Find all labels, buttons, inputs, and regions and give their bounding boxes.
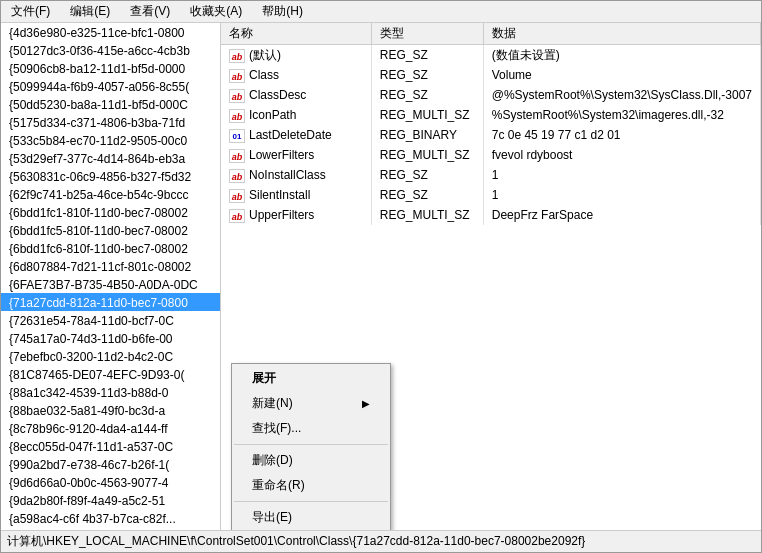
table-row[interactable]: abIconPathREG_MULTI_SZ%SystemRoot%\Syste… bbox=[221, 105, 761, 125]
value-data: Volume bbox=[483, 65, 760, 85]
registry-tree[interactable]: {4d36e980-e325-11ce-bfc1-0800{50127dc3-0… bbox=[1, 23, 221, 530]
tree-item[interactable]: {50906cb8-ba12-11d1-bf5d-0000 bbox=[1, 59, 220, 77]
value-name: abNoInstallClass bbox=[221, 165, 371, 185]
tree-item[interactable]: {62f9c741-b25a-46ce-b54c-9bccc bbox=[1, 185, 220, 203]
value-name: abClass bbox=[221, 65, 371, 85]
context-menu-item[interactable]: 新建(N)▶ bbox=[232, 391, 390, 416]
col-data: 数据 bbox=[483, 23, 760, 45]
tree-item[interactable]: {990a2bd7-e738-46c7-b26f-1( bbox=[1, 455, 220, 473]
tree-item[interactable]: {9da2b80f-f89f-4a49-a5c2-51 bbox=[1, 491, 220, 509]
col-name: 名称 bbox=[221, 23, 371, 45]
tree-item[interactable]: {50127dc3-0f36-415e-a6cc-4cb3b bbox=[1, 41, 220, 59]
tree-item[interactable]: {6bdd1fc6-810f-11d0-bec7-08002 bbox=[1, 239, 220, 257]
value-name: abIconPath bbox=[221, 105, 371, 125]
context-menu-label: 删除(D) bbox=[252, 452, 293, 469]
col-type: 类型 bbox=[371, 23, 483, 45]
value-icon: ab bbox=[229, 69, 245, 83]
value-icon: ab bbox=[229, 149, 245, 163]
value-data: %SystemRoot%\System32\imageres.dll,-32 bbox=[483, 105, 760, 125]
tree-item[interactable]: {71a27cdd-812a-11d0-bec7-0800 bbox=[1, 293, 220, 311]
statusbar: 计算机\HKEY_LOCAL_MACHINE\f\ControlSet001\C… bbox=[1, 530, 761, 552]
table-row[interactable]: abNoInstallClassREG_SZ1 bbox=[221, 165, 761, 185]
tree-item[interactable]: {88bae032-5a81-49f0-bc3d-a bbox=[1, 401, 220, 419]
registry-values-panel[interactable]: 名称 类型 数据 ab(默认)REG_SZ(数值未设置)abClassREG_S… bbox=[221, 23, 761, 530]
context-menu-separator bbox=[234, 444, 388, 445]
context-menu-label: 查找(F)... bbox=[252, 420, 301, 437]
tree-item[interactable]: {4d36e980-e325-11ce-bfc1-0800 bbox=[1, 23, 220, 41]
tree-item[interactable]: {6bdd1fc1-810f-11d0-bec7-08002 bbox=[1, 203, 220, 221]
menu-help[interactable]: 帮助(H) bbox=[256, 2, 309, 21]
submenu-arrow-icon: ▶ bbox=[362, 398, 370, 409]
tree-item[interactable]: {533c5b84-ec70-11d2-9505-00c0 bbox=[1, 131, 220, 149]
table-row[interactable]: abClassREG_SZVolume bbox=[221, 65, 761, 85]
value-type: REG_SZ bbox=[371, 85, 483, 105]
context-menu-item[interactable]: 删除(D) bbox=[232, 448, 390, 473]
statusbar-text: 计算机\HKEY_LOCAL_MACHINE\f\ControlSet001\C… bbox=[7, 533, 585, 550]
value-name: 01LastDeleteDate bbox=[221, 125, 371, 145]
value-data: @%SystemRoot%\System32\SysClass.Dll,-300… bbox=[483, 85, 760, 105]
value-name: abSilentInstall bbox=[221, 185, 371, 205]
context-menu-label: 重命名(R) bbox=[252, 477, 305, 494]
tree-item[interactable]: {53d29ef7-377c-4d14-864b-eb3a bbox=[1, 149, 220, 167]
value-data: 1 bbox=[483, 165, 760, 185]
value-icon: ab bbox=[229, 89, 245, 103]
menubar: 文件(F) 编辑(E) 查看(V) 收藏夹(A) 帮助(H) bbox=[1, 1, 761, 23]
value-icon: 01 bbox=[229, 129, 245, 143]
tree-item[interactable]: {5175d334-c371-4806-b3ba-71fd bbox=[1, 113, 220, 131]
context-menu-separator bbox=[234, 501, 388, 502]
context-menu-item[interactable]: 展开 bbox=[232, 366, 390, 391]
context-menu-label: 展开 bbox=[252, 370, 276, 387]
value-type: REG_MULTI_SZ bbox=[371, 145, 483, 165]
context-menu-label: 导出(E) bbox=[252, 509, 292, 526]
tree-item[interactable]: {5099944a-f6b9-4057-a056-8c55( bbox=[1, 77, 220, 95]
menu-favorites[interactable]: 收藏夹(A) bbox=[184, 2, 248, 21]
tree-item[interactable]: {81C87465-DE07-4EFC-9D93-0( bbox=[1, 365, 220, 383]
table-row[interactable]: abLowerFiltersREG_MULTI_SZfvevol rdyboos… bbox=[221, 145, 761, 165]
value-type: REG_SZ bbox=[371, 45, 483, 66]
value-data: DeepFrz FarSpace bbox=[483, 205, 760, 225]
context-menu-item[interactable]: 查找(F)... bbox=[232, 416, 390, 441]
context-menu-label: 新建(N) bbox=[252, 395, 293, 412]
tree-item[interactable]: {88a1c342-4539-11d3-b88d-0 bbox=[1, 383, 220, 401]
value-name: abClassDesc bbox=[221, 85, 371, 105]
context-menu: 展开新建(N)▶查找(F)...删除(D)重命名(R)导出(E)权限(P)...… bbox=[231, 363, 391, 530]
value-data: 1 bbox=[483, 185, 760, 205]
tree-item[interactable]: {72631e54-78a4-11d0-bcf7-0C bbox=[1, 311, 220, 329]
tree-item[interactable]: {8c78b96c-9120-4da4-a144-ff bbox=[1, 419, 220, 437]
value-data: fvevol rdyboost bbox=[483, 145, 760, 165]
value-name: abLowerFilters bbox=[221, 145, 371, 165]
registry-editor-window: 文件(F) 编辑(E) 查看(V) 收藏夹(A) 帮助(H) {4d36e980… bbox=[0, 0, 762, 553]
tree-item[interactable]: {a598ac4-c6f 4b37-b7ca-c82f... bbox=[1, 509, 220, 527]
value-type: REG_MULTI_SZ bbox=[371, 205, 483, 225]
tree-item[interactable]: {8ecc055d-047f-11d1-a537-0C bbox=[1, 437, 220, 455]
tree-item[interactable]: {50dd5230-ba8a-11d1-bf5d-000C bbox=[1, 95, 220, 113]
value-icon: ab bbox=[229, 109, 245, 123]
menu-file[interactable]: 文件(F) bbox=[5, 2, 56, 21]
tree-item[interactable]: {5630831c-06c9-4856-b327-f5d32 bbox=[1, 167, 220, 185]
main-area: {4d36e980-e325-11ce-bfc1-0800{50127dc3-0… bbox=[1, 23, 761, 530]
value-name: abUpperFilters bbox=[221, 205, 371, 225]
tree-item[interactable]: {6bdd1fc5-810f-11d0-bec7-08002 bbox=[1, 221, 220, 239]
menu-edit[interactable]: 编辑(E) bbox=[64, 2, 116, 21]
value-type: REG_MULTI_SZ bbox=[371, 105, 483, 125]
table-row[interactable]: ab(默认)REG_SZ(数值未设置) bbox=[221, 45, 761, 66]
tree-item[interactable]: {9d6d66a0-0b0c-4563-9077-4 bbox=[1, 473, 220, 491]
value-data: 7c 0e 45 19 77 c1 d2 01 bbox=[483, 125, 760, 145]
tree-item[interactable]: {745a17a0-74d3-11d0-b6fe-00 bbox=[1, 329, 220, 347]
value-icon: ab bbox=[229, 209, 245, 223]
tree-item[interactable]: {6FAE73B7-B735-4B50-A0DA-0DC bbox=[1, 275, 220, 293]
context-menu-item[interactable]: 导出(E) bbox=[232, 505, 390, 530]
value-icon: ab bbox=[229, 169, 245, 183]
menu-view[interactable]: 查看(V) bbox=[124, 2, 176, 21]
context-menu-item[interactable]: 重命名(R) bbox=[232, 473, 390, 498]
value-data: (数值未设置) bbox=[483, 45, 760, 66]
tree-item[interactable]: {6d807884-7d21-11cf-801c-08002 bbox=[1, 257, 220, 275]
table-row[interactable]: abUpperFiltersREG_MULTI_SZDeepFrz FarSpa… bbox=[221, 205, 761, 225]
value-type: REG_SZ bbox=[371, 165, 483, 185]
tree-item[interactable]: {7ebefbc0-3200-11d2-b4c2-0C bbox=[1, 347, 220, 365]
value-icon: ab bbox=[229, 189, 245, 203]
table-row[interactable]: abSilentInstallREG_SZ1 bbox=[221, 185, 761, 205]
table-row[interactable]: 01LastDeleteDateREG_BINARY7c 0e 45 19 77… bbox=[221, 125, 761, 145]
value-icon: ab bbox=[229, 49, 245, 63]
table-row[interactable]: abClassDescREG_SZ@%SystemRoot%\System32\… bbox=[221, 85, 761, 105]
